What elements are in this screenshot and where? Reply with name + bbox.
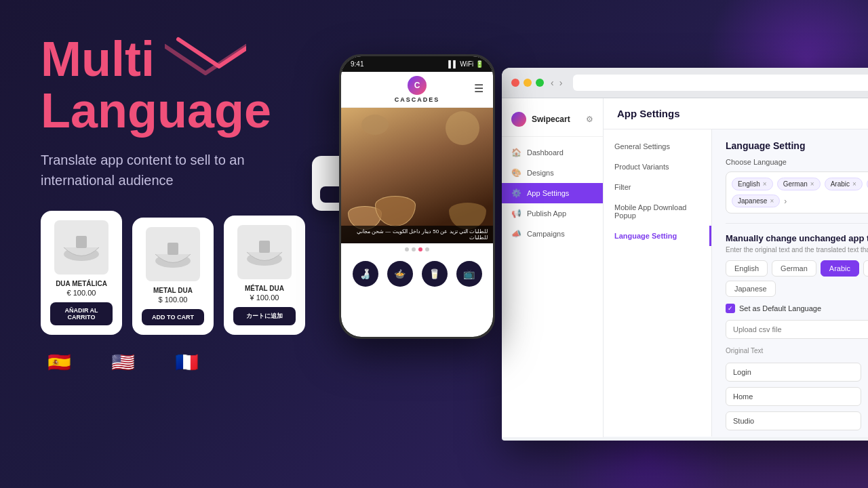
browser-window: ‹ › Swipecart ⚙ 🏠 Dashboard (502, 68, 868, 441)
sidebar-brand: Swipecart ⚙ (502, 108, 603, 137)
svg-rect-1 (76, 236, 87, 248)
lang-tag-german-remove[interactable]: × (810, 180, 814, 188)
phone-carousel-dots (341, 247, 493, 251)
nav-filter[interactable]: Filter (604, 177, 711, 197)
sidebar-item-campaigns[interactable]: 📣 Campaigns (502, 224, 603, 244)
title-line1: Multi (41, 34, 155, 85)
sidebar-label-publish: Publish App (527, 209, 566, 218)
product-name-french: MÉTAL DUA (245, 285, 284, 292)
banner-image: للطلبات التي تزيد عن 50 دينار داخل الكوي… (341, 108, 493, 243)
dot-close[interactable] (511, 79, 519, 87)
usa-flag: 🇺🇸 (108, 347, 138, 377)
product-card-spanish: DUA METÁLICA € 100.00 AÑADIR AL CARRITO (41, 211, 122, 335)
product-image-spanish (54, 220, 108, 274)
phone-mockup: 9:41 ▌▌ WiFi 🔋 C CASCADES ☰ (339, 54, 495, 339)
bowl-svg-english (153, 237, 193, 271)
sidebar-item-app-settings[interactable]: ⚙️ App Settings (502, 183, 603, 203)
default-language-label: Set as Default Language (739, 304, 821, 312)
default-language-row: Set as Default Language (726, 304, 868, 313)
address-bar[interactable] (573, 75, 868, 91)
phone-time: 9:41 (351, 60, 363, 68)
add-keyword-button[interactable]: + Add Keyword (726, 436, 868, 436)
browser-nav: ‹ › (551, 77, 562, 88)
lang-tag-arabic-label: Arabic (831, 180, 850, 188)
content-body: General Settings Product Variants Filter… (604, 129, 868, 436)
lang-tag-english-remove[interactable]: × (763, 180, 767, 188)
phone-bottom-icons: 🍶 🍲 🥛 📺 (341, 256, 493, 292)
phone-icon-bottle[interactable]: 🍶 (353, 261, 378, 287)
tags-more-indicator: › (784, 197, 787, 206)
product-name-english: METAL DUA (153, 287, 193, 294)
page-header: App Settings (604, 98, 868, 129)
food-bowl-2 (375, 196, 416, 226)
product-image-french (237, 225, 292, 279)
add-to-cart-spanish[interactable]: AÑADIR AL CARRITO (50, 302, 113, 325)
sidebar-item-dashboard[interactable]: 🏠 Dashboard (502, 142, 603, 163)
original-text-2[interactable] (726, 387, 861, 406)
product-image-english (146, 227, 200, 281)
original-text-3[interactable] (726, 411, 861, 430)
bowl-svg-spanish (61, 230, 102, 264)
lang-btn-japanese[interactable]: Japanese (726, 281, 776, 297)
sidebar-item-publish[interactable]: 📢 Publish App (502, 203, 603, 224)
nav-general-settings[interactable]: General Settings (604, 136, 711, 157)
hero-subtitle: Translate app content to sell to an inte… (41, 150, 271, 190)
nav-back[interactable]: ‹ (551, 77, 554, 88)
hamburger-icon[interactable]: ☰ (474, 82, 484, 95)
sidebar-label-dashboard: Dashboard (527, 148, 564, 157)
browser-dots (511, 79, 544, 87)
app-area: Swipecart ⚙ 🏠 Dashboard 🎨 Designs ⚙️ App… (502, 98, 868, 437)
dot-1 (405, 247, 409, 251)
add-to-cart-french[interactable]: カートに追加 (233, 307, 296, 325)
lang-tag-english-label: English (738, 180, 760, 188)
arrow-icon (165, 36, 246, 83)
lang-btn-german[interactable]: German (772, 260, 816, 277)
hero-title: Multi Language (41, 34, 305, 136)
dot-minimize[interactable] (524, 79, 532, 87)
nav-language-setting[interactable]: Language Setting (604, 226, 711, 246)
product-price-french: ¥ 100.00 (250, 293, 279, 302)
default-language-checkbox[interactable] (726, 304, 735, 313)
original-text-1[interactable] (726, 363, 861, 382)
lang-tag-japanese-label: Japanese (738, 197, 767, 205)
choose-language-label: Choose Language (726, 158, 868, 166)
language-buttons-row: English German Arabic Spanish French Jap… (726, 260, 868, 297)
bowl-svg-french (244, 235, 285, 269)
food-plate-1 (361, 115, 389, 135)
phone-icon-cup[interactable]: 🥛 (422, 261, 448, 287)
sidebar-label-app-settings: App Settings (527, 189, 569, 197)
lang-tag-japanese-remove[interactable]: × (770, 197, 774, 205)
phone-icon-food[interactable]: 🍲 (387, 261, 413, 287)
product-price-english: $ 100.00 (159, 296, 188, 304)
lang-tag-arabic-remove[interactable]: × (852, 180, 856, 188)
food-plate-2 (446, 111, 479, 145)
flags-row: 🇪🇸 🇺🇸 🇫🇷 (41, 347, 305, 377)
lang-tag-german-label: German (783, 180, 808, 188)
language-search-input[interactable] (791, 197, 868, 205)
france-flag: 🇫🇷 (172, 347, 201, 377)
manual-change-subtitle: Enter the original text and the translat… (726, 246, 868, 253)
lang-btn-spanish[interactable]: Spanish (863, 260, 868, 277)
translation-row-1 (726, 363, 868, 382)
translation-row-3 (726, 411, 868, 430)
add-to-cart-english[interactable]: ADD TO CART (142, 309, 204, 325)
store-name: CASCADES (395, 96, 440, 103)
nav-forward[interactable]: › (559, 77, 563, 88)
phone-icon-screen[interactable]: 📺 (456, 261, 482, 287)
dot-fullscreen[interactable] (536, 79, 544, 87)
lang-tag-arabic: Arabic × (825, 178, 863, 190)
lang-btn-english[interactable]: English (726, 260, 768, 277)
phone-signals: ▌▌ WiFi 🔋 (448, 60, 484, 68)
lang-btn-arabic[interactable]: Arabic (821, 260, 859, 277)
sidebar-item-designs[interactable]: 🎨 Designs (502, 163, 603, 183)
csv-file-input[interactable] (726, 320, 868, 339)
sidebar: Swipecart ⚙ 🏠 Dashboard 🎨 Designs ⚙️ App… (502, 98, 604, 437)
gear-icon[interactable]: ⚙ (586, 115, 593, 124)
app-settings-icon: ⚙️ (511, 188, 521, 198)
dot-4 (425, 247, 429, 251)
nav-mobile-popup[interactable]: Mobile App Download Popup (604, 197, 711, 226)
language-setting-title: Language Setting (726, 140, 868, 151)
csv-upload-row: ☁ Upload (726, 320, 868, 339)
nav-product-variants[interactable]: Product Variants (604, 157, 711, 177)
lang-tag-german: German × (777, 178, 821, 190)
